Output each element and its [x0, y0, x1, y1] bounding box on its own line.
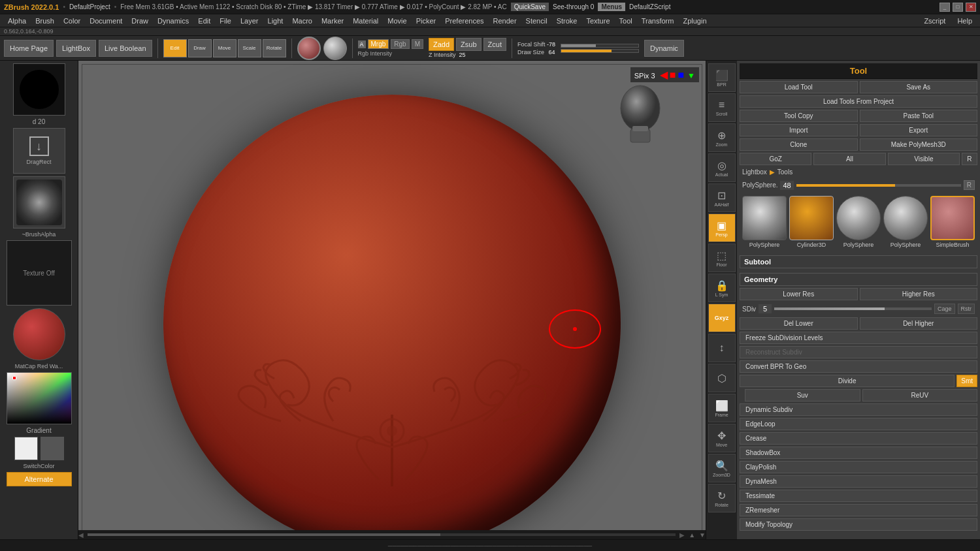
menu-brush[interactable]: Brush — [31, 16, 58, 25]
menu-color[interactable]: Color — [59, 16, 84, 25]
tool-thumb-polysphere2[interactable]: PolySphere — [836, 196, 881, 248]
persp-btn[interactable]: ▣ Persp — [708, 213, 736, 242]
edit-btn[interactable]: Edit — [163, 39, 187, 57]
subtool-header[interactable]: Subtool — [740, 255, 977, 268]
del-higher-btn[interactable]: Del Higher — [860, 317, 978, 330]
zcut-btn[interactable]: Zcut — [483, 38, 506, 51]
tool-thumb-cylinder[interactable]: Cylinder3D — [789, 196, 834, 248]
home-page-btn[interactable]: Home Page — [4, 40, 54, 57]
close-btn[interactable]: ✕ — [966, 3, 976, 12]
sdiv-bar[interactable] — [774, 307, 932, 310]
lightbox-arrow[interactable]: ▶ — [770, 168, 775, 176]
move3d-btn[interactable]: ✥ Move — [708, 424, 736, 452]
menu-light[interactable]: Light — [264, 16, 287, 25]
scale-btn[interactable]: Scale — [238, 39, 261, 57]
shadowbox-btn[interactable]: ShadowBox — [740, 447, 977, 459]
modify-topology-btn[interactable]: Modify Topology — [740, 518, 977, 531]
mrgb-btn[interactable]: Mrgb — [368, 39, 389, 49]
cage-btn[interactable]: Cage — [934, 304, 955, 314]
default-script[interactable]: DefaultZScript — [629, 3, 670, 10]
dynamic-subdiv-btn[interactable]: Dynamic Subdiv — [740, 403, 977, 416]
menu-dynamics[interactable]: Dynamics — [154, 16, 193, 25]
edgeloop-btn[interactable]: EdgeLoop — [740, 418, 977, 430]
dynamic-btn[interactable]: Dynamic — [644, 40, 684, 57]
load-tool-btn[interactable]: Load Tool — [740, 81, 858, 93]
paste-tool-btn[interactable]: Paste Tool — [860, 110, 978, 122]
r-btn[interactable]: R — [964, 180, 975, 190]
menu-zplugin[interactable]: Zplugin — [679, 16, 710, 25]
color-picker[interactable] — [7, 372, 72, 424]
copy-tool-btn[interactable]: Tool Copy — [740, 110, 858, 122]
active-material-sphere[interactable] — [297, 37, 321, 60]
menus-btn[interactable]: Menus — [598, 3, 625, 11]
tessimate-btn[interactable]: Tessimate — [740, 490, 977, 502]
bpr-btn[interactable]: ⬛ BPR — [708, 63, 736, 92]
zremesher-btn[interactable]: ZRemesher — [740, 504, 977, 516]
rotate3d-btn[interactable]: ↻ Rotate — [708, 484, 736, 512]
lsym-btn[interactable]: 🔒 L Sym — [708, 274, 736, 302]
maximize-btn[interactable]: □ — [953, 3, 963, 12]
menu-alpha[interactable]: Alpha — [4, 16, 30, 25]
frame-btn[interactable]: ⬜ Frame — [708, 394, 736, 422]
actual-btn[interactable]: ◎ Actual — [708, 153, 736, 182]
menu-preferences[interactable]: Preferences — [441, 16, 487, 25]
menu-help[interactable]: Help — [953, 16, 976, 25]
menu-draw[interactable]: Draw — [127, 16, 152, 25]
reconstruct-subdiv-btn[interactable]: Reconstruct Subdiv — [740, 346, 977, 358]
drag-rect-btn[interactable]: ↓ DragRect — [13, 128, 65, 174]
make-poly-mesh-btn[interactable]: Make PolyMesh3D — [860, 138, 978, 151]
r-outer-btn[interactable]: R — [962, 153, 977, 165]
minimize-btn[interactable]: _ — [939, 3, 950, 12]
zsub-btn[interactable]: Zsub — [456, 38, 481, 51]
zoom3d-btn[interactable]: 🔍 Zoom3D — [708, 454, 736, 482]
quicksave-btn[interactable]: QuickSave — [511, 3, 549, 11]
m-btn[interactable]: M — [412, 39, 423, 49]
rgb-btn[interactable]: Rgb — [391, 39, 409, 49]
menu-picker[interactable]: Picker — [412, 16, 440, 25]
divide-btn[interactable]: Divide — [740, 375, 955, 387]
freeze-subdiv-btn[interactable]: Freeze SubDivision Levels — [740, 332, 977, 344]
save-as-btn[interactable]: Save As — [860, 81, 978, 93]
tool-thumb-polysphere1[interactable]: PolySphere — [742, 196, 787, 248]
focal-slider[interactable] — [561, 44, 639, 48]
material-preview-sphere[interactable] — [323, 37, 347, 60]
menu-layer[interactable]: Layer — [237, 16, 263, 25]
claypolish-btn[interactable]: ClayPolish — [740, 461, 977, 473]
menu-movie[interactable]: Movie — [384, 16, 410, 25]
tool-thumb-polysphere3[interactable]: PolySphere — [883, 196, 928, 248]
goz-btn[interactable]: GoZ — [740, 153, 811, 165]
aahalf-btn[interactable]: ⊡ AAHalf — [708, 183, 736, 212]
draw-size-slider[interactable] — [561, 49, 639, 53]
matcap-sphere[interactable] — [13, 308, 65, 360]
convert-bpr-btn[interactable]: Convert BPR To Geo — [740, 360, 977, 373]
dynamesh-btn[interactable]: DynaMesh — [740, 475, 977, 488]
menu-tool[interactable]: Tool — [615, 16, 636, 25]
all-btn[interactable]: All — [813, 153, 885, 165]
menu-document[interactable]: Document — [86, 16, 126, 25]
swatch-white[interactable] — [14, 437, 38, 460]
zadd-btn[interactable]: Zadd — [429, 38, 454, 51]
reuv-btn[interactable]: ReUV — [862, 389, 978, 401]
swatch-dark[interactable] — [41, 437, 64, 460]
visible-btn[interactable]: Visible — [888, 153, 960, 165]
menu-transform[interactable]: Transform — [638, 16, 678, 25]
suv-btn[interactable]: Suv — [745, 389, 860, 401]
export-btn[interactable]: Export — [860, 124, 978, 136]
see-through[interactable]: See-through 0 — [553, 3, 594, 10]
geometry-header[interactable]: Geometry — [740, 273, 977, 286]
lower-res-btn[interactable]: Lower Res — [740, 288, 858, 300]
canvas-area[interactable]: SPix 3 ◀ ■ ■ ▼ — [78, 61, 706, 539]
crease-btn[interactable]: Crease — [740, 432, 977, 445]
menu-texture[interactable]: Texture — [582, 16, 613, 25]
menu-material[interactable]: Material — [349, 16, 382, 25]
floor-btn[interactable]: ⬚ Floor — [708, 244, 736, 272]
texture-off-area[interactable]: Texture Off — [7, 240, 72, 306]
draw-btn[interactable]: Draw — [188, 39, 212, 57]
gxyz-btn[interactable]: Gxyz — [708, 304, 736, 332]
rstr-btn[interactable]: Rstr — [958, 304, 975, 314]
brush-alpha-thumb[interactable] — [13, 176, 65, 228]
menu-macro[interactable]: Macro — [288, 16, 316, 25]
move-btn[interactable]: Move — [213, 39, 237, 57]
tool-thumb-simplebrush[interactable]: SimpleBrush — [930, 196, 975, 248]
scroll-btn[interactable]: ≡ Scroll — [708, 93, 736, 122]
